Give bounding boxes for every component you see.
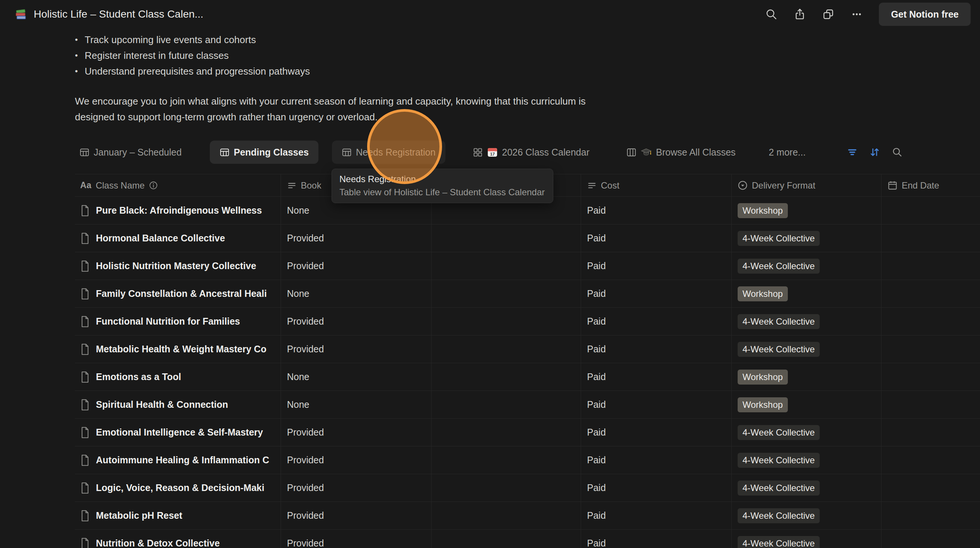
- cell-book[interactable]: Provided: [281, 502, 431, 529]
- cell-class-name[interactable]: Emotions as a Tool: [75, 363, 281, 390]
- calendar-emoji-icon: 17: [487, 147, 498, 158]
- cell-book[interactable]: Provided: [281, 530, 431, 548]
- cell-delivery-format[interactable]: Workshop: [732, 280, 881, 307]
- cell-end-date[interactable]: [881, 474, 980, 502]
- cell-book[interactable]: None: [281, 363, 431, 390]
- board-view-icon: [626, 147, 636, 158]
- cell-hidden[interactable]: [431, 280, 581, 307]
- column-header-end-date[interactable]: End Date: [881, 174, 980, 196]
- cell-delivery-format[interactable]: 4-Week Collective: [732, 419, 881, 446]
- cell-class-name[interactable]: Metabolic pH Reset: [75, 502, 281, 529]
- cell-class-name[interactable]: Autoimmune Healing & Inflammation C: [75, 446, 281, 474]
- get-notion-free-button[interactable]: Get Notion free: [879, 3, 970, 26]
- cell-book[interactable]: Provided: [281, 308, 431, 335]
- cell-hidden[interactable]: [431, 502, 581, 529]
- text-property-icon: [587, 181, 597, 190]
- cell-delivery-format[interactable]: 4-Week Collective: [732, 308, 881, 335]
- cell-end-date[interactable]: [881, 419, 980, 446]
- cell-class-name[interactable]: Logic, Voice, Reason & Decision-Maki: [75, 474, 281, 502]
- view-tab-january-scheduled[interactable]: January – Scheduled: [80, 140, 182, 164]
- cell-hidden[interactable]: [431, 336, 581, 363]
- filter-icon[interactable]: [846, 147, 858, 158]
- cell-hidden[interactable]: [431, 363, 581, 390]
- cell-end-date[interactable]: [881, 502, 980, 529]
- cell-end-date[interactable]: [881, 197, 980, 224]
- duplicate-icon[interactable]: [822, 8, 835, 21]
- share-icon[interactable]: [794, 8, 806, 21]
- cell-delivery-format[interactable]: 4-Week Collective: [732, 336, 881, 363]
- cell-cost[interactable]: Paid: [581, 197, 732, 224]
- cell-hidden[interactable]: [431, 225, 581, 252]
- cell-hidden[interactable]: [431, 419, 581, 446]
- cell-hidden[interactable]: [431, 474, 581, 502]
- cell-book[interactable]: Provided: [281, 252, 431, 280]
- cell-delivery-format[interactable]: Workshop: [732, 197, 881, 224]
- cell-end-date[interactable]: [881, 363, 980, 390]
- cell-cost[interactable]: Paid: [581, 391, 732, 418]
- cell-cost[interactable]: Paid: [581, 336, 732, 363]
- cell-delivery-format[interactable]: Workshop: [732, 363, 881, 390]
- cell-hidden[interactable]: [431, 530, 581, 548]
- cell-book[interactable]: Provided: [281, 474, 431, 502]
- cell-cost[interactable]: Paid: [581, 474, 732, 502]
- top-bar: Holistic Life – Student Class Calen... G…: [0, 0, 980, 29]
- cell-class-name[interactable]: Metabolic Health & Weight Mastery Co: [75, 336, 281, 363]
- cell-delivery-format[interactable]: 4-Week Collective: [732, 502, 881, 529]
- cell-cost[interactable]: Paid: [581, 530, 732, 548]
- cell-delivery-format[interactable]: 4-Week Collective: [732, 252, 881, 280]
- column-header-delivery-format[interactable]: Delivery Format: [732, 174, 881, 196]
- cell-delivery-format[interactable]: 4-Week Collective: [732, 225, 881, 252]
- cell-end-date[interactable]: [881, 446, 980, 474]
- cell-class-name[interactable]: Pure Black: Afroindigenous Wellness: [75, 197, 281, 224]
- cell-end-date[interactable]: [881, 225, 980, 252]
- cell-delivery-format[interactable]: 4-Week Collective: [732, 446, 881, 474]
- cell-end-date[interactable]: [881, 530, 980, 548]
- database-search-icon[interactable]: [892, 147, 903, 158]
- cell-book[interactable]: Provided: [281, 336, 431, 363]
- view-tab-pending-classes[interactable]: Pending Classes: [210, 140, 318, 164]
- cell-book[interactable]: Provided: [281, 419, 431, 446]
- delivery-format-tag: 4-Week Collective: [738, 314, 820, 329]
- cell-class-name[interactable]: Family Constellation & Ancestral Heali: [75, 280, 281, 307]
- cell-cost[interactable]: Paid: [581, 502, 732, 529]
- cell-class-name[interactable]: Spiritual Health & Connection: [75, 391, 281, 418]
- cell-hidden[interactable]: [431, 391, 581, 418]
- cell-class-name[interactable]: Emotional Intelligence & Self-Mastery: [75, 419, 281, 446]
- view-tab-browse-all-classes[interactable]: Browse All Classes: [626, 140, 736, 164]
- cell-end-date[interactable]: [881, 336, 980, 363]
- cell-hidden[interactable]: [431, 446, 581, 474]
- cell-cost[interactable]: Paid: [581, 446, 732, 474]
- cell-cost[interactable]: Paid: [581, 419, 732, 446]
- cell-cost[interactable]: Paid: [581, 252, 732, 280]
- cell-delivery-format[interactable]: 4-Week Collective: [732, 530, 881, 548]
- cell-cost[interactable]: Paid: [581, 308, 732, 335]
- cell-end-date[interactable]: [881, 252, 980, 280]
- search-icon[interactable]: [765, 8, 778, 21]
- column-header-class-name[interactable]: AaClass Name: [75, 174, 281, 196]
- cell-hidden[interactable]: [431, 308, 581, 335]
- table-row: Logic, Voice, Reason & Decision-MakiProv…: [75, 474, 980, 502]
- cell-book[interactable]: None: [281, 391, 431, 418]
- more-views-button[interactable]: 2 more...: [769, 140, 806, 164]
- cell-class-name[interactable]: Functional Nutrition for Families: [75, 308, 281, 335]
- cell-hidden[interactable]: [431, 252, 581, 280]
- cell-delivery-format[interactable]: 4-Week Collective: [732, 474, 881, 502]
- delivery-format-tag: Workshop: [738, 203, 788, 218]
- cell-end-date[interactable]: [881, 308, 980, 335]
- cell-class-name[interactable]: Nutrition & Detox Collective: [75, 530, 281, 548]
- cell-book[interactable]: Provided: [281, 225, 431, 252]
- cell-end-date[interactable]: [881, 280, 980, 307]
- cell-end-date[interactable]: [881, 391, 980, 418]
- cell-delivery-format[interactable]: Workshop: [732, 391, 881, 418]
- sort-icon[interactable]: [869, 147, 880, 158]
- cell-class-name[interactable]: Holistic Nutrition Mastery Collective: [75, 252, 281, 280]
- cell-cost[interactable]: Paid: [581, 225, 732, 252]
- cell-book[interactable]: Provided: [281, 446, 431, 474]
- cell-cost[interactable]: Paid: [581, 280, 732, 307]
- cell-book[interactable]: None: [281, 280, 431, 307]
- column-header-cost[interactable]: Cost: [581, 174, 732, 196]
- cell-class-name[interactable]: Hormonal Balance Collective: [75, 225, 281, 252]
- more-options-icon[interactable]: [850, 8, 863, 21]
- view-tab-2026-class-calendar[interactable]: 172026 Class Calendar: [473, 140, 589, 164]
- cell-cost[interactable]: Paid: [581, 363, 732, 390]
